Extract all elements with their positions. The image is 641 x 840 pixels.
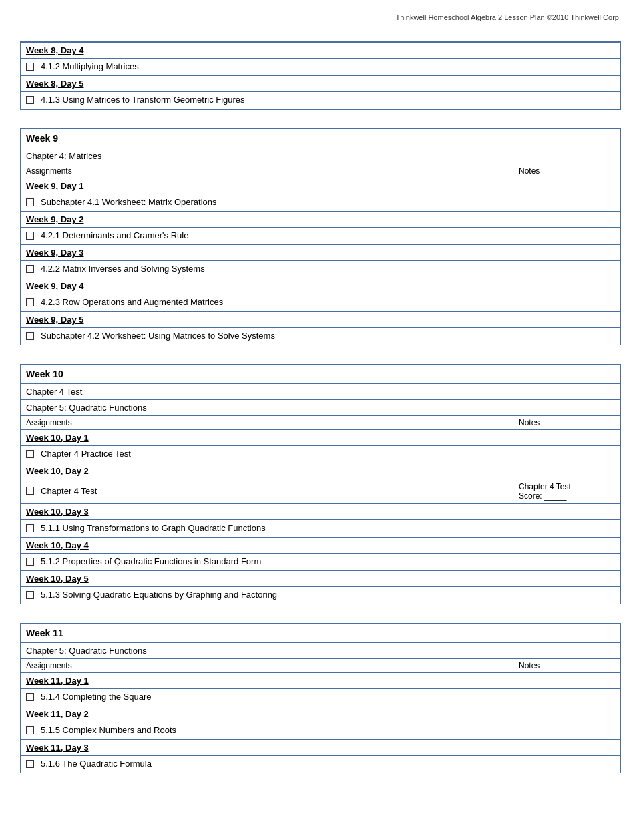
- week-label: Week 11: [21, 624, 513, 642]
- assignment-checkbox[interactable]: [26, 198, 34, 206]
- assignment-checkbox[interactable]: [26, 487, 34, 495]
- day-assignment-row: 4.2.2 Matrix Inverses and Solving System…: [21, 260, 620, 278]
- day-header-row: Week 8, Day 5: [21, 76, 620, 91]
- day-assignment-main: 4.1.3 Using Matrices to Transform Geomet…: [21, 92, 513, 109]
- day-label: Week 9, Day 2: [21, 212, 513, 227]
- day-assignment-row: 4.2.3 Row Operations and Augmented Matri…: [21, 294, 620, 311]
- assignment-checkbox[interactable]: [26, 693, 34, 701]
- assignment-text: Chapter 4 Test: [41, 486, 97, 496]
- day-section: Week 8, Day 4 4.1.2 Multiplying Matrices: [21, 42, 620, 75]
- day-section: Week 11, Day 1 5.1.4 Completing the Squa…: [21, 672, 620, 706]
- assignment-text: 5.1.3 Solving Quadratic Equations by Gra…: [41, 590, 277, 600]
- day-assignment-row: 5.1.2 Properties of Quadratic Functions …: [21, 553, 620, 570]
- assignments-col-label: Assignments: [21, 659, 513, 672]
- day-assignment-main: Chapter 4 Practice Test: [21, 446, 513, 463]
- week-header-notes: [513, 129, 620, 148]
- notes-col-label: Notes: [513, 164, 620, 178]
- assignment-checkbox[interactable]: [26, 63, 34, 71]
- assignment-text: 4.1.3 Using Matrices to Transform Geomet…: [41, 95, 245, 105]
- day-assignment-main: 5.1.4 Completing the Square: [21, 689, 513, 706]
- day-assignment-main: 5.1.3 Solving Quadratic Equations by Gra…: [21, 587, 513, 604]
- day-section: Week 9, Day 4 4.2.3 Row Operations and A…: [21, 278, 620, 311]
- day-assignment-main: Subchapter 4.2 Worksheet: Using Matrices…: [21, 328, 513, 345]
- week-header-row: Week 9: [21, 129, 620, 148]
- day-label: Week 9, Day 3: [21, 245, 513, 260]
- day-label: Week 10, Day 2: [21, 463, 513, 479]
- day-header-row: Week 10, Day 3: [21, 504, 620, 519]
- day-assignment-notes: [513, 92, 620, 109]
- day-assignment-notes: [513, 294, 620, 311]
- assignment-text: 5.1.5 Complex Numbers and Roots: [41, 725, 176, 735]
- day-label: Week 11, Day 3: [21, 740, 513, 755]
- week-block-week10: Week 10 Chapter 4 Test Chapter 5: Quadra…: [20, 364, 621, 604]
- day-header-row: Week 11, Day 2: [21, 706, 620, 722]
- week-block-week8-partial: Week 8, Day 4 4.1.2 Multiplying Matrices…: [20, 41, 621, 110]
- chapter-notes: [513, 384, 620, 399]
- assignment-checkbox[interactable]: [26, 96, 34, 104]
- day-label: Week 8, Day 4: [21, 43, 513, 58]
- chapter-row: Chapter 4: Matrices: [21, 148, 620, 164]
- day-header-notes: [513, 76, 620, 91]
- day-assignment-row: 4.1.3 Using Matrices to Transform Geomet…: [21, 91, 620, 109]
- day-section: Week 10, Day 3 5.1.1 Using Transformatio…: [21, 503, 620, 537]
- day-section: Week 10, Day 4 5.1.2 Properties of Quadr…: [21, 537, 620, 570]
- assignments-header-row: Assignments Notes: [21, 658, 620, 672]
- week-block-week9: Week 9 Chapter 4: Matrices Assignments N…: [20, 128, 621, 345]
- day-header-row: Week 11, Day 1: [21, 673, 620, 688]
- chapter-row: Chapter 4 Test: [21, 383, 620, 399]
- assignment-checkbox[interactable]: [26, 265, 34, 273]
- assignment-checkbox[interactable]: [26, 232, 34, 240]
- chapter-row: Chapter 5: Quadratic Functions: [21, 642, 620, 658]
- day-header-row: Week 9, Day 2: [21, 212, 620, 227]
- day-assignment-main: 5.1.1 Using Transformations to Graph Qua…: [21, 520, 513, 537]
- assignment-text: 4.2.2 Matrix Inverses and Solving System…: [41, 264, 205, 274]
- assignment-text: 4.2.3 Row Operations and Augmented Matri…: [41, 297, 223, 307]
- day-assignment-notes: [513, 446, 620, 463]
- day-section: Week 11, Day 3 5.1.6 The Quadratic Formu…: [21, 739, 620, 773]
- day-assignment-row: 4.2.1 Determinants and Cramer's Rule: [21, 227, 620, 244]
- day-assignment-notes: [513, 722, 620, 739]
- day-header-notes: [513, 463, 620, 479]
- day-header-notes: [513, 504, 620, 519]
- assignment-text: 5.1.2 Properties of Quadratic Functions …: [41, 556, 261, 566]
- day-assignment-notes: Chapter 4 TestScore: _____: [513, 479, 620, 503]
- assignments-header-row: Assignments Notes: [21, 415, 620, 429]
- chapter-label: Chapter 4: Matrices: [21, 148, 513, 164]
- assignment-checkbox[interactable]: [26, 558, 34, 566]
- chapter-label: Chapter 4 Test: [21, 384, 513, 399]
- day-assignment-notes: [513, 756, 620, 773]
- day-label: Week 10, Day 4: [21, 538, 513, 553]
- day-assignment-row: 5.1.6 The Quadratic Formula: [21, 755, 620, 773]
- day-assignment-notes: [513, 328, 620, 345]
- day-section: Week 11, Day 2 5.1.5 Complex Numbers and…: [21, 706, 620, 739]
- day-assignment-row: 5.1.4 Completing the Square: [21, 688, 620, 706]
- chapter-notes: [513, 148, 620, 164]
- assignment-checkbox[interactable]: [26, 450, 34, 458]
- assignment-checkbox[interactable]: [26, 298, 34, 306]
- day-assignment-notes: [513, 228, 620, 244]
- assignment-checkbox[interactable]: [26, 726, 34, 734]
- day-assignment-notes: [513, 554, 620, 570]
- day-assignment-notes: [513, 520, 620, 537]
- day-header-row: Week 10, Day 1: [21, 430, 620, 445]
- day-label: Week 11, Day 2: [21, 706, 513, 722]
- day-header-row: Week 10, Day 5: [21, 571, 620, 586]
- day-assignment-main: 4.2.2 Matrix Inverses and Solving System…: [21, 261, 513, 278]
- assignment-checkbox[interactable]: [26, 332, 34, 340]
- chapter-label2: Chapter 5: Quadratic Functions: [21, 400, 513, 415]
- assignment-text: 5.1.6 The Quadratic Formula: [41, 759, 152, 769]
- day-assignment-row: 5.1.1 Using Transformations to Graph Qua…: [21, 519, 620, 537]
- day-header-notes: [513, 740, 620, 755]
- day-assignment-row: Chapter 4 Test Chapter 4 TestScore: ____…: [21, 479, 620, 503]
- day-assignment-notes: [513, 261, 620, 278]
- assignments-header-row: Assignments Notes: [21, 164, 620, 178]
- day-header-row: Week 9, Day 4: [21, 278, 620, 294]
- day-assignment-row: Chapter 4 Practice Test: [21, 445, 620, 463]
- assignment-checkbox[interactable]: [26, 760, 34, 768]
- day-section: Week 10, Day 5 5.1.3 Solving Quadratic E…: [21, 570, 620, 604]
- day-assignment-row: Subchapter 4.2 Worksheet: Using Matrices…: [21, 327, 620, 345]
- assignment-checkbox[interactable]: [26, 591, 34, 599]
- notes-col-label: Notes: [513, 416, 620, 429]
- assignment-checkbox[interactable]: [26, 524, 34, 532]
- week-label: Week 9: [21, 129, 513, 148]
